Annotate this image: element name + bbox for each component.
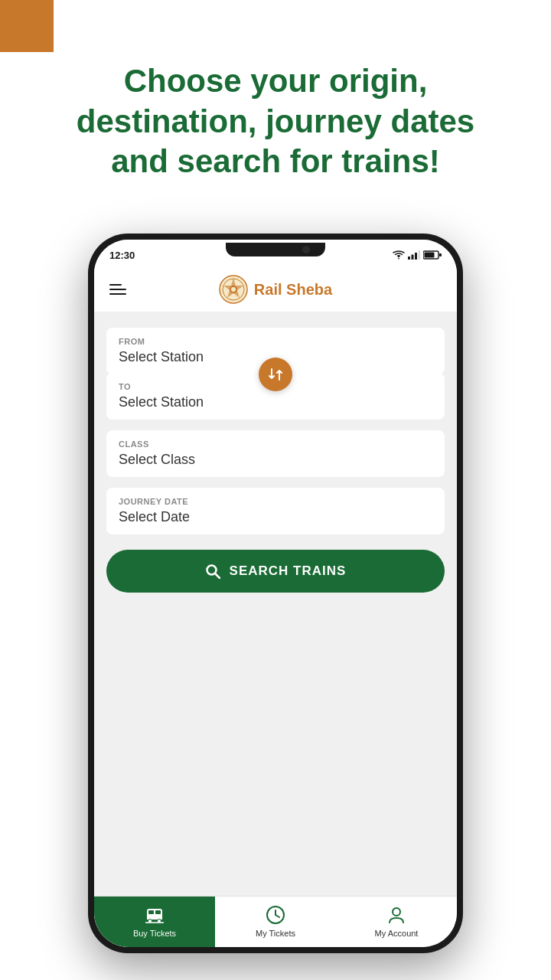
- phone-mockup: 12:30: [88, 234, 463, 953]
- date-value: Select Date: [119, 509, 432, 525]
- svg-rect-1: [412, 255, 414, 260]
- search-trains-button[interactable]: SEARCH TRAINS: [106, 550, 445, 593]
- svg-line-23: [276, 915, 279, 917]
- battery-icon: [423, 250, 442, 260]
- hero-title: Choose your origin,destination, journey …: [31, 61, 520, 182]
- nav-my-tickets[interactable]: My Tickets: [215, 897, 336, 947]
- svg-point-24: [393, 908, 400, 916]
- date-field[interactable]: JOURNEY DATE Select Date: [106, 488, 445, 534]
- app-header: Rail Sheba: [94, 267, 457, 312]
- clock-icon: [265, 904, 286, 926]
- nav-buy-tickets-label: Buy Tickets: [133, 929, 176, 938]
- class-field[interactable]: CLASS Select Class: [106, 430, 445, 477]
- hero-section: Choose your origin,destination, journey …: [0, 61, 551, 182]
- wifi-icon: [393, 250, 405, 260]
- to-value: Select Station: [119, 394, 432, 410]
- top-accent: [0, 0, 54, 52]
- svg-point-11: [231, 287, 236, 292]
- svg-rect-6: [439, 253, 442, 256]
- from-label: FROM: [119, 337, 432, 346]
- search-btn-label: SEARCH TRAINS: [230, 564, 347, 579]
- main-content: FROM Select Station TO Select Statio: [94, 312, 457, 896]
- account-icon: [386, 904, 407, 926]
- svg-rect-5: [425, 253, 435, 258]
- class-label: CLASS: [119, 439, 432, 449]
- svg-rect-2: [415, 253, 417, 260]
- svg-line-13: [215, 573, 220, 578]
- svg-rect-0: [408, 256, 410, 260]
- phone-screen: 12:30: [94, 240, 457, 947]
- swap-icon: [267, 366, 284, 383]
- app-title: Rail Sheba: [254, 281, 332, 299]
- svg-rect-3: [419, 250, 421, 260]
- phone-frame: 12:30: [88, 234, 463, 953]
- menu-line-3: [109, 293, 126, 295]
- class-value: Select Class: [119, 452, 432, 468]
- svg-rect-15: [148, 910, 154, 914]
- menu-line-1: [109, 284, 122, 286]
- nav-my-tickets-label: My Tickets: [256, 929, 295, 938]
- menu-button[interactable]: [109, 284, 126, 295]
- app-logo: Rail Sheba: [219, 275, 332, 304]
- app-emblem: [219, 275, 248, 304]
- search-icon: [205, 564, 220, 579]
- status-icons: [393, 250, 442, 260]
- train-icon: [144, 904, 165, 926]
- bottom-nav: Buy Tickets My Tickets: [94, 896, 457, 947]
- camera-dot: [302, 246, 310, 253]
- signal-icon: [408, 250, 420, 260]
- nav-my-account-label: My Account: [375, 929, 419, 938]
- camera-notch: [226, 243, 325, 256]
- date-label: JOURNEY DATE: [119, 497, 432, 506]
- menu-line-2: [109, 289, 126, 290]
- svg-rect-16: [155, 910, 161, 914]
- nav-buy-tickets[interactable]: Buy Tickets: [94, 897, 215, 947]
- status-time: 12:30: [109, 250, 135, 261]
- swap-button[interactable]: [259, 358, 292, 391]
- nav-my-account[interactable]: My Account: [336, 897, 457, 947]
